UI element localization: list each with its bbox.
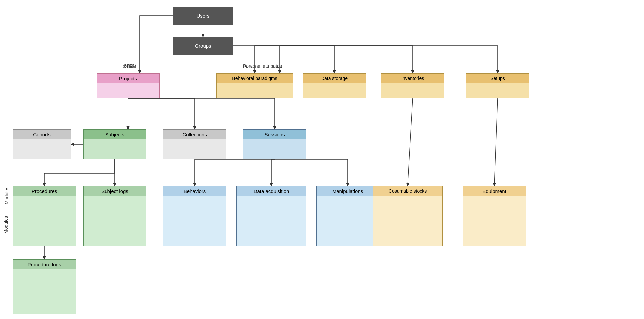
procedures-node: Procedures bbox=[13, 186, 76, 246]
setups-node: Setups bbox=[466, 73, 529, 98]
subjects-node: Subjects bbox=[83, 129, 146, 159]
users-label: Users bbox=[173, 11, 233, 21]
datastorage-label: Data storage bbox=[303, 74, 366, 83]
manipulations-label: Manipulations bbox=[317, 186, 379, 196]
projects-node: Projects bbox=[97, 73, 160, 98]
behaviors-label: Behaviors bbox=[163, 186, 226, 196]
inventories-node: Inventories bbox=[381, 73, 444, 98]
consumable-label: Cosumable stocks bbox=[373, 186, 442, 196]
inventories-label: Inventories bbox=[381, 74, 444, 83]
modules-side-label: Modules bbox=[3, 216, 9, 235]
users-node: Users bbox=[173, 7, 233, 25]
cohorts-label: Cohorts bbox=[13, 130, 71, 139]
stem-text: STEM bbox=[124, 63, 137, 69]
manipulations-node: Manipulations bbox=[316, 186, 379, 246]
sessions-label: Sessions bbox=[243, 130, 306, 139]
collections-label: Collections bbox=[163, 130, 226, 139]
svg-line-4 bbox=[494, 98, 498, 186]
setups-label: Setups bbox=[466, 74, 529, 83]
subjectlogs-node: Subject logs bbox=[83, 186, 146, 246]
connectors-svg bbox=[0, 0, 644, 319]
svg-line-3 bbox=[408, 98, 413, 186]
procedurelogs-label: Procedure logs bbox=[13, 260, 76, 269]
modules-label: Modules bbox=[4, 187, 9, 204]
dataacq-node: Data acquisition bbox=[236, 186, 306, 246]
sessions-node: Sessions bbox=[243, 129, 306, 159]
projects-label: Projects bbox=[97, 74, 159, 83]
groups-node: Groups bbox=[173, 37, 233, 55]
subjects-label: Subjects bbox=[84, 130, 146, 139]
diagram-container: STEM Personal attributes Modules Users G… bbox=[0, 0, 644, 319]
behavioral-label: Behavioral paradigms bbox=[217, 74, 293, 83]
datastorage-node: Data storage bbox=[303, 73, 366, 98]
behaviors-node: Behaviors bbox=[163, 186, 226, 246]
groups-label: Groups bbox=[173, 41, 233, 51]
personal-text: Personal attributes bbox=[243, 63, 282, 69]
procedures-label: Procedures bbox=[13, 186, 76, 196]
behavioral-node: Behavioral paradigms bbox=[216, 73, 293, 98]
equipment-node: Equipment bbox=[463, 186, 526, 246]
cohorts-node: Cohorts bbox=[13, 129, 71, 159]
equipment-label: Equipment bbox=[463, 186, 526, 196]
dataacq-label: Data acquisition bbox=[237, 186, 306, 196]
subjectlogs-label: Subject logs bbox=[84, 186, 146, 196]
procedurelogs-node: Procedure logs bbox=[13, 259, 76, 314]
consumable-node: Cosumable stocks bbox=[373, 186, 443, 246]
collections-node: Collections bbox=[163, 129, 226, 159]
